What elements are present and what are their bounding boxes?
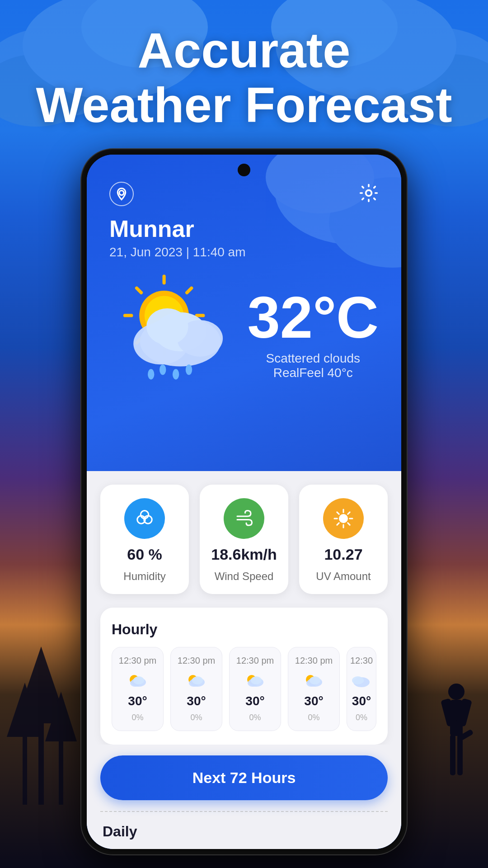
uv-svg: [332, 507, 355, 530]
person-silhouette: [434, 678, 479, 805]
hourly-scroll: 12:30 pm 30° 0%: [112, 647, 376, 731]
hero-section: Accurate Weather Forecast: [0, 23, 488, 132]
hourly-time-4: 12:30 pm: [295, 656, 333, 666]
svg-line-55: [348, 523, 350, 525]
svg-point-49: [339, 514, 348, 523]
hourly-temp-3: 30°: [245, 694, 264, 708]
svg-point-45: [148, 369, 154, 379]
hourly-item-2: 12:30 pm 30° 0%: [170, 647, 222, 731]
wind-value: 18.6km/h: [211, 546, 277, 563]
humidity-icon-circle: [124, 498, 165, 539]
location-icon[interactable]: [109, 182, 134, 206]
next72-button[interactable]: Next 72 Hours: [100, 755, 388, 800]
svg-point-75: [352, 676, 364, 684]
city-name: Munnar: [109, 215, 379, 242]
svg-point-41: [146, 308, 188, 345]
settings-icon[interactable]: [359, 183, 379, 205]
hourly-section: Hourly 12:30 pm: [87, 594, 401, 745]
hourly-precip-5: 0%: [356, 713, 367, 722]
svg-point-26: [366, 190, 372, 196]
hourly-item-3: 12:30 pm 30° 0%: [229, 647, 281, 731]
svg-line-33: [136, 288, 141, 292]
weather-top-section: Munnar 21, Jun 2023 | 11:40 am: [87, 155, 401, 494]
humidity-value: 60 %: [127, 546, 162, 563]
svg-point-25: [119, 191, 124, 195]
svg-line-57: [337, 523, 339, 525]
hourly-precip-3: 0%: [249, 713, 261, 722]
hourly-icon-4: [302, 670, 326, 689]
uv-label: UV Amount: [316, 570, 371, 583]
uv-icon-circle: [323, 498, 364, 539]
phone-outer: Munnar 21, Jun 2023 | 11:40 am: [81, 149, 407, 854]
wind-svg: [233, 507, 255, 530]
hourly-icon-2: [185, 670, 208, 689]
temperature: 32°C: [248, 288, 379, 347]
hourly-temp-1: 30°: [128, 694, 147, 708]
header-row: [109, 182, 379, 206]
svg-rect-19: [450, 735, 455, 775]
next72-section: Next 72 Hours: [87, 745, 401, 811]
hourly-card: Hourly 12:30 pm: [100, 608, 388, 745]
sun-cloud-svg: [109, 273, 245, 391]
svg-rect-13: [59, 741, 63, 805]
wind-label: Wind Speed: [215, 570, 274, 583]
uv-value: 10.27: [324, 546, 362, 563]
cards-section: 60 % Humidity 18.6km/h Wind Speed: [87, 471, 401, 594]
hourly-icon-3: [244, 670, 267, 689]
svg-point-73: [310, 676, 320, 684]
weather-main: 32°C Scattered clouds RealFeel 40°c: [109, 273, 379, 395]
hero-line1: Accurate: [0, 23, 488, 77]
humidity-svg: [133, 507, 156, 530]
daily-section: Daily: [87, 812, 401, 849]
trees-silhouette: [0, 624, 90, 805]
hourly-icon-5: [350, 670, 373, 689]
hourly-temp-4: 30°: [304, 694, 323, 708]
daily-title: Daily: [100, 816, 388, 844]
camera-notch: [238, 164, 250, 176]
svg-rect-11: [23, 737, 27, 805]
hourly-time-2: 12:30 pm: [178, 656, 215, 666]
hourly-precip-4: 0%: [308, 713, 319, 722]
hourly-time-1: 12:30 pm: [119, 656, 156, 666]
svg-point-44: [186, 364, 192, 375]
humidity-card: 60 % Humidity: [100, 485, 189, 594]
hourly-precip-1: 0%: [131, 713, 143, 722]
svg-point-61: [133, 676, 144, 684]
wind-card: 18.6km/h Wind Speed: [200, 485, 288, 594]
hourly-icon-1: [126, 670, 150, 689]
hourly-temp-5: 30°: [352, 694, 371, 708]
svg-point-42: [160, 364, 166, 375]
hourly-time-3: 12:30 pm: [236, 656, 274, 666]
location-svg: [115, 187, 128, 201]
uv-card: 10.27 UV Amount: [299, 485, 388, 594]
svg-rect-20: [457, 735, 463, 775]
svg-line-56: [348, 512, 350, 514]
phone-inner: Munnar 21, Jun 2023 | 11:40 am: [87, 155, 401, 849]
real-feel: RealFeel 40°c: [248, 366, 379, 380]
svg-point-65: [192, 676, 203, 684]
hourly-item-1: 12:30 pm 30° 0%: [112, 647, 164, 731]
hourly-item-4: 12:30 pm 30° 0%: [288, 647, 340, 731]
date-time: 21, Jun 2023 | 11:40 am: [109, 245, 379, 259]
hourly-title: Hourly: [112, 621, 376, 638]
settings-svg: [359, 183, 379, 203]
humidity-label: Humidity: [123, 570, 165, 583]
svg-point-15: [448, 684, 465, 700]
weather-icon-container: [109, 273, 248, 395]
wind-icon-circle: [224, 498, 264, 539]
hourly-item-5: 12:30 30° 0%: [347, 647, 376, 731]
weather-condition: Scattered clouds: [248, 351, 379, 366]
hourly-temp-2: 30°: [187, 694, 206, 708]
hero-line2: Weather Forecast: [0, 77, 488, 132]
svg-point-43: [173, 369, 179, 379]
svg-line-35: [187, 288, 192, 292]
hourly-time-5: 12:30: [350, 656, 373, 666]
temperature-section: 32°C Scattered clouds RealFeel 40°c: [248, 288, 379, 380]
svg-line-54: [337, 512, 339, 514]
phone-frame: Munnar 21, Jun 2023 | 11:40 am: [81, 149, 407, 854]
svg-point-69: [251, 676, 262, 684]
hourly-precip-2: 0%: [190, 713, 202, 722]
phone-screen: Munnar 21, Jun 2023 | 11:40 am: [87, 155, 401, 849]
